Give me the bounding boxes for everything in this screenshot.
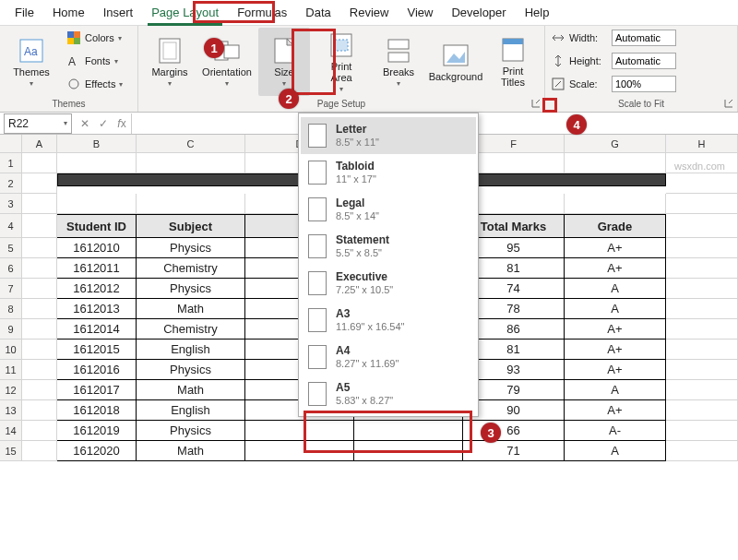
size-option-a5[interactable]: A55.83" x 8.27": [301, 375, 476, 412]
size-option-executive[interactable]: Executive7.25" x 10.5": [301, 265, 476, 302]
fonts-button[interactable]: A Fonts▾: [63, 51, 126, 71]
cell[interactable]: [666, 173, 738, 194]
table-cell[interactable]: 1612010: [57, 238, 137, 258]
table-cell[interactable]: English: [137, 340, 245, 360]
enter-formula-icon[interactable]: ✓: [94, 117, 113, 130]
table-cell[interactable]: Chemistry: [137, 319, 245, 340]
table-cell[interactable]: 1612019: [57, 421, 137, 441]
print-area-button[interactable]: Print Area▾: [315, 28, 367, 96]
table-cell[interactable]: A+: [565, 319, 666, 340]
table-cell[interactable]: A: [565, 380, 666, 400]
table-cell[interactable]: A+: [565, 360, 666, 380]
tab-review[interactable]: Review: [340, 2, 399, 25]
tab-page-layout[interactable]: Page Layout: [142, 2, 228, 25]
table-cell[interactable]: 71: [463, 441, 565, 461]
cell[interactable]: [57, 153, 137, 173]
table-cell[interactable]: A: [565, 441, 666, 461]
row-header[interactable]: 7: [0, 279, 22, 299]
row-header[interactable]: 14: [0, 421, 22, 441]
col-header[interactable]: A: [22, 135, 57, 152]
cell[interactable]: [22, 153, 57, 173]
fx-icon[interactable]: fx: [113, 117, 131, 130]
select-all-corner[interactable]: [0, 135, 22, 152]
cell[interactable]: [565, 153, 666, 173]
colors-button[interactable]: Colors▾: [63, 28, 126, 48]
width-field[interactable]: Width:: [551, 28, 676, 48]
table-cell[interactable]: Physics: [137, 279, 245, 299]
size-option-letter[interactable]: Letter8.5" x 11": [301, 117, 476, 154]
scale-launcher[interactable]: [722, 97, 735, 110]
row-header[interactable]: 8: [0, 299, 22, 319]
tab-file[interactable]: File: [6, 2, 43, 25]
row-header[interactable]: 1: [0, 153, 22, 173]
table-cell[interactable]: 1612018: [57, 400, 137, 421]
print-titles-button[interactable]: Print Titles: [487, 28, 539, 96]
themes-button[interactable]: Aa Themes ▾: [6, 28, 57, 96]
table-cell[interactable]: [354, 421, 463, 441]
cell[interactable]: [666, 194, 738, 214]
table-cell[interactable]: Math: [137, 441, 245, 461]
tab-home[interactable]: Home: [43, 2, 94, 25]
row-header[interactable]: 15: [0, 441, 22, 461]
table-cell[interactable]: 66: [463, 421, 565, 441]
row-header[interactable]: 12: [0, 380, 22, 400]
scale-input[interactable]: [612, 76, 676, 92]
table-cell[interactable]: Physics: [137, 360, 245, 380]
row-header[interactable]: 6: [0, 258, 22, 279]
row-header[interactable]: 2: [0, 173, 22, 194]
table-cell[interactable]: 1612011: [57, 258, 137, 279]
table-cell[interactable]: 1612020: [57, 441, 137, 461]
size-option-a4[interactable]: A48.27" x 11.69": [301, 339, 476, 375]
table-cell[interactable]: A+: [565, 258, 666, 279]
table-cell[interactable]: Physics: [137, 421, 245, 441]
row-header[interactable]: 11: [0, 360, 22, 380]
size-button[interactable]: Size▾: [258, 28, 310, 96]
table-cell[interactable]: A+: [565, 400, 666, 421]
row-header[interactable]: 5: [0, 238, 22, 258]
table-cell[interactable]: Chemistry: [137, 258, 245, 279]
size-option-legal[interactable]: Legal8.5" x 14": [301, 191, 476, 228]
height-field[interactable]: Height:: [551, 51, 676, 71]
table-header-cell[interactable]: Grade: [565, 214, 666, 238]
cell[interactable]: [22, 194, 57, 214]
col-header[interactable]: H: [666, 135, 738, 152]
col-header[interactable]: C: [137, 135, 245, 152]
row-header[interactable]: 3: [0, 194, 22, 214]
table-cell[interactable]: 1612015: [57, 340, 137, 360]
cancel-formula-icon[interactable]: ✕: [76, 117, 94, 130]
table-cell[interactable]: A+: [565, 340, 666, 360]
height-input[interactable]: [612, 53, 676, 69]
table-cell[interactable]: 1612012: [57, 279, 137, 299]
table-cell[interactable]: A-: [565, 421, 666, 441]
size-option-tabloid[interactable]: Tabloid11" x 17": [301, 154, 476, 191]
breaks-button[interactable]: Breaks▾: [373, 28, 424, 96]
cell[interactable]: [22, 173, 57, 194]
cell[interactable]: [57, 194, 137, 214]
table-header-cell[interactable]: Subject: [137, 214, 245, 238]
scale-field[interactable]: Scale:: [551, 74, 676, 94]
tab-insert[interactable]: Insert: [94, 2, 143, 25]
table-cell[interactable]: A+: [565, 238, 666, 258]
tab-view[interactable]: View: [398, 2, 442, 25]
effects-button[interactable]: Effects▾: [63, 74, 126, 94]
margins-button[interactable]: Margins▾: [144, 28, 196, 96]
tab-data[interactable]: Data: [296, 2, 339, 25]
col-header[interactable]: G: [565, 135, 666, 152]
row-header[interactable]: 10: [0, 340, 22, 360]
size-option-statement[interactable]: Statement5.5" x 8.5": [301, 228, 476, 265]
table-cell[interactable]: A: [565, 299, 666, 319]
table-cell[interactable]: A: [565, 279, 666, 299]
row-header[interactable]: 4: [0, 214, 22, 238]
cell[interactable]: [565, 194, 666, 214]
table-cell[interactable]: 1612013: [57, 299, 137, 319]
table-cell[interactable]: Math: [137, 380, 245, 400]
cell[interactable]: [137, 194, 245, 214]
tab-formulas[interactable]: Formulas: [228, 2, 296, 25]
table-header-cell[interactable]: Student ID: [57, 214, 137, 238]
width-input[interactable]: [612, 30, 676, 46]
table-cell[interactable]: 1612016: [57, 360, 137, 380]
table-cell[interactable]: [354, 441, 463, 461]
table-cell[interactable]: Math: [137, 299, 245, 319]
table-cell[interactable]: [245, 421, 354, 441]
row-header[interactable]: 13: [0, 400, 22, 421]
